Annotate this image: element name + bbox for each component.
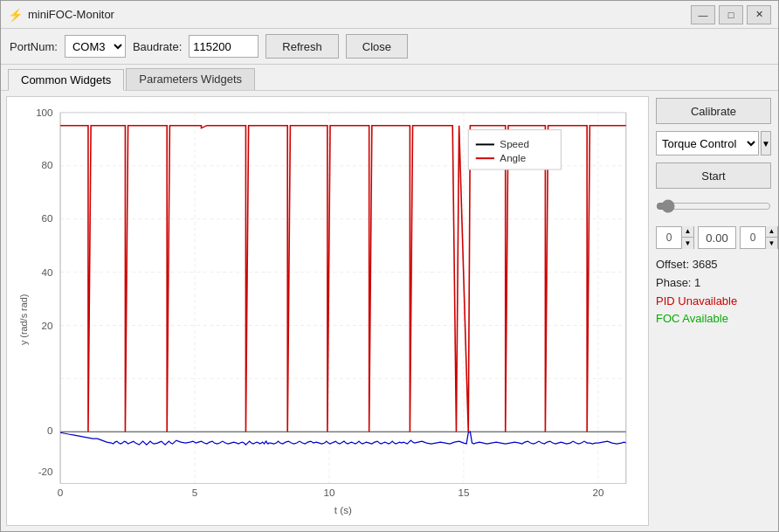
svg-text:20: 20 <box>592 488 603 499</box>
pid-status: PID Unavailable <box>656 293 771 311</box>
maximize-button[interactable]: □ <box>719 5 743 24</box>
app-title: miniFOC-Monitor <box>28 8 114 21</box>
spin-down-right[interactable]: ▼ <box>765 238 777 249</box>
spin-box-right: ▲ ▼ <box>740 226 778 249</box>
svg-text:15: 15 <box>458 488 469 499</box>
spin-up-right[interactable]: ▲ <box>765 226 777 238</box>
foc-status: FOC Available <box>656 310 771 328</box>
svg-text:Angle: Angle <box>500 154 526 164</box>
title-bar: ⚡ miniFOC-Monitor — □ ✕ <box>1 1 778 29</box>
svg-text:100: 100 <box>36 107 52 118</box>
status-panel: Offset: 3685 Phase: 1 PID Unavailable FO… <box>656 256 771 328</box>
svg-text:Speed: Speed <box>500 140 529 150</box>
portnum-label: PortNum: <box>10 40 58 53</box>
right-panel: Calibrate Torque Control Speed Control P… <box>649 91 778 531</box>
svg-text:10: 10 <box>324 488 335 499</box>
close-window-button[interactable]: ✕ <box>747 5 771 24</box>
svg-text:40: 40 <box>42 267 53 278</box>
content-area: 100 80 60 40 20 0 -20 0 5 10 15 20 y (ra… <box>1 91 778 531</box>
offset-label: Offset: 3685 <box>656 256 771 274</box>
svg-rect-29 <box>468 130 561 169</box>
chart-wrapper: 100 80 60 40 20 0 -20 0 5 10 15 20 y (ra… <box>14 104 645 518</box>
minimize-button[interactable]: — <box>691 5 715 24</box>
svg-text:t (s): t (s) <box>334 505 352 515</box>
tabs-bar: Common Widgets Parameters Widgets <box>1 65 778 91</box>
refresh-button[interactable]: Refresh <box>265 34 339 59</box>
svg-text:20: 20 <box>42 321 53 331</box>
slider-container <box>656 196 771 219</box>
svg-text:60: 60 <box>42 214 53 225</box>
value-slider[interactable] <box>656 197 771 215</box>
mode-select[interactable]: Torque Control Speed Control Position Co… <box>656 131 759 155</box>
spin-arrows-left: ▲ ▼ <box>681 226 693 249</box>
phase-label: Phase: 1 <box>656 274 771 293</box>
toolbar: PortNum: COM3 COM1 COM2 Baudrate: Refres… <box>1 29 778 65</box>
svg-text:0: 0 <box>47 426 52 437</box>
svg-text:0: 0 <box>58 488 63 499</box>
svg-text:5: 5 <box>192 488 197 499</box>
baudrate-input[interactable] <box>189 35 259 58</box>
mode-dropdown-row: Torque Control Speed Control Position Co… <box>656 131 771 155</box>
tab-parameters-widgets[interactable]: Parameters Widgets <box>126 68 255 90</box>
svg-text:y (rad/s rad): y (rad/s rad) <box>18 294 29 345</box>
spin-down-left[interactable]: ▼ <box>681 238 693 249</box>
mode-dropdown-arrow[interactable]: ▼ <box>761 131 771 155</box>
title-bar-controls: — □ ✕ <box>691 5 771 24</box>
spin-input-left[interactable] <box>657 231 681 244</box>
spin-up-left[interactable]: ▲ <box>681 226 693 238</box>
number-row: ▲ ▼ 0.00 ▲ ▼ <box>656 226 771 249</box>
value-display: 0.00 <box>698 226 736 249</box>
start-button[interactable]: Start <box>656 162 771 189</box>
calibrate-button[interactable]: Calibrate <box>656 98 771 124</box>
main-window: ⚡ miniFOC-Monitor — □ ✕ PortNum: COM3 CO… <box>0 0 779 532</box>
spin-arrows-right: ▲ ▼ <box>765 226 777 249</box>
spin-box-left: ▲ ▼ <box>656 226 694 249</box>
svg-text:-20: -20 <box>38 466 53 477</box>
chart-container: 100 80 60 40 20 0 -20 0 5 10 15 20 y (ra… <box>6 96 649 526</box>
title-bar-left: ⚡ miniFOC-Monitor <box>8 8 114 22</box>
main-chart: 100 80 60 40 20 0 -20 0 5 10 15 20 y (ra… <box>14 104 645 518</box>
baudrate-label: Baudrate: <box>133 40 182 53</box>
portnum-select[interactable]: COM3 COM1 COM2 <box>65 35 126 58</box>
spin-input-right[interactable] <box>741 231 765 244</box>
close-button[interactable]: Close <box>346 34 408 59</box>
tab-common-widgets[interactable]: Common Widgets <box>8 69 124 91</box>
app-icon: ⚡ <box>8 8 23 22</box>
svg-text:80: 80 <box>42 160 53 170</box>
